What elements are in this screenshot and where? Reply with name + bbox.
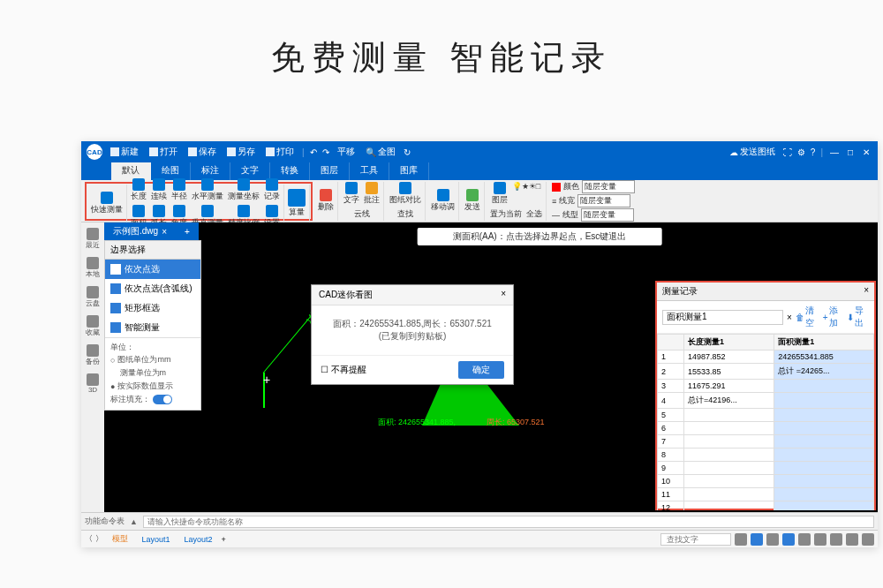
add-layout-icon[interactable]: + (222, 535, 226, 544)
sel-point-arc[interactable]: 依次点选(含弧线) (105, 279, 200, 298)
text-button[interactable]: 文字 (343, 181, 360, 207)
unit-mm-radio[interactable]: ○ 图纸单位为mm (110, 353, 195, 366)
close-icon[interactable]: ✕ (860, 147, 872, 157)
selall-button[interactable]: 全选 (525, 207, 543, 221)
quick-measure-button[interactable]: 快速测量 (90, 191, 124, 216)
polar-icon[interactable] (798, 533, 811, 546)
table-row[interactable]: 5 (658, 409, 874, 422)
tab-tools[interactable]: 工具 (350, 162, 389, 180)
doc-tab[interactable]: 示例图.dwg× (104, 223, 176, 239)
add-button[interactable]: + 添加 (823, 305, 843, 329)
unit-actual-radio[interactable]: ● 按实际数值显示 (110, 380, 195, 393)
setcurrent-button[interactable]: 💡★☀□ (511, 181, 541, 207)
send-drawing-button[interactable]: ☁发送图纸 (727, 146, 778, 158)
record-name-input[interactable] (662, 310, 783, 325)
move-button[interactable]: 移动调 (430, 188, 456, 214)
tab-library[interactable]: 图库 (389, 162, 429, 180)
unit-m-display: 测量单位为m (110, 366, 195, 380)
area-label: 面积: 242655341.885, (378, 417, 456, 428)
print-button[interactable]: 打印 (263, 146, 297, 158)
sel-rect[interactable]: 矩形框选 (105, 298, 200, 318)
redo-icon[interactable]: ↷ (322, 147, 329, 157)
table-row[interactable]: 311675.291 (658, 380, 874, 393)
layer-button[interactable]: 图层 (491, 181, 509, 207)
radius-button[interactable]: 半径 (170, 177, 188, 203)
clear-input-icon[interactable]: × (787, 313, 792, 322)
rail-fav[interactable]: 收藏 (86, 315, 100, 337)
table-row[interactable]: 8 (658, 449, 874, 462)
fill-toggle[interactable] (153, 395, 172, 404)
refresh-icon[interactable]: ↻ (404, 147, 411, 157)
compare-button[interactable]: 图纸对比 (389, 181, 422, 207)
command-input[interactable] (143, 516, 874, 528)
close-tab-icon[interactable]: × (162, 227, 167, 237)
no-remind-checkbox[interactable]: ☐ 不再提醒 (321, 364, 366, 376)
rail-recent[interactable]: 最近 (86, 228, 100, 250)
save-button[interactable]: 保存 (185, 146, 219, 158)
tab-layer[interactable]: 图层 (310, 162, 350, 180)
new-button[interactable]: 新建 (108, 146, 141, 158)
sel-point[interactable]: 依次点选 (105, 260, 200, 279)
minimize-icon[interactable]: — (828, 147, 841, 157)
cloud-button[interactable]: 云线 (353, 207, 371, 221)
send-button[interactable]: 发送 (464, 188, 481, 214)
table-row[interactable]: 7 (658, 435, 874, 449)
table-row[interactable]: 12 (658, 501, 874, 511)
coord-button[interactable]: 测量坐标 (227, 177, 260, 203)
calc-button[interactable]: 算量 (287, 188, 306, 219)
zoom-full-button[interactable]: 🔍全图 (363, 146, 398, 158)
search-input[interactable] (660, 533, 731, 546)
hmeasure-button[interactable]: 水平测量 (191, 177, 224, 203)
dialog-line1: 面积：242655341.885,周长：65307.521 (321, 318, 504, 330)
fullscreen-icon[interactable]: ⛶ (783, 147, 792, 157)
table-row[interactable]: 11 (658, 488, 874, 501)
table-row[interactable]: 114987.852242655341.885 (658, 351, 874, 364)
setcurrent-label[interactable]: 置为当前 (489, 207, 523, 221)
help-icon[interactable]: ? (811, 147, 816, 157)
layout-2[interactable]: Layout2 (179, 535, 218, 544)
maximize-icon[interactable]: □ (844, 147, 857, 157)
table-row[interactable]: 6 (658, 422, 874, 435)
annotate-button[interactable]: 批注 (363, 181, 381, 207)
linetype-select[interactable]: 随层变量 (581, 208, 634, 222)
pan-button[interactable]: 平移 (335, 146, 358, 158)
osnap-icon[interactable] (814, 533, 826, 546)
layout-1[interactable]: Layout1 (137, 535, 176, 544)
open-button[interactable]: 打开 (147, 146, 180, 158)
rail-local[interactable]: 本地 (86, 257, 100, 279)
snap-icon[interactable] (751, 533, 763, 546)
find-button[interactable]: 查找 (396, 207, 414, 221)
continuous-button[interactable]: 连续 (150, 177, 168, 203)
saveas-button[interactable]: 另存 (224, 146, 258, 158)
record-close-icon[interactable]: × (864, 285, 869, 298)
table-row[interactable]: 4总计=42196... (658, 393, 874, 409)
table-row[interactable]: 9 (658, 462, 874, 475)
ok-button[interactable]: 确定 (458, 361, 504, 379)
length-button[interactable]: 长度 (130, 177, 147, 203)
grid-icon[interactable] (766, 533, 779, 546)
ortho-icon[interactable] (782, 533, 795, 546)
dialog-line2: (已复制到剪贴板) (321, 330, 504, 343)
table-row[interactable]: 10 (658, 475, 874, 488)
record-button[interactable]: 记录 (263, 177, 281, 203)
sel-smart[interactable]: 智能测量 (105, 318, 200, 337)
export-button[interactable]: ⬇ 导出 (847, 305, 869, 329)
dialog-close-icon[interactable]: × (501, 289, 506, 301)
color-select[interactable]: 随层变量 (582, 180, 635, 193)
rail-3d[interactable]: 3D (87, 373, 99, 394)
link-icon[interactable] (862, 533, 874, 546)
clear-button[interactable]: 🗑 清空 (796, 305, 819, 329)
lineweight-select[interactable]: 随层变量 (577, 194, 630, 207)
table-row[interactable]: 215533.85总计 =24265... (658, 364, 874, 380)
rail-backup[interactable]: 备份 (86, 344, 100, 366)
misc-icon[interactable] (846, 533, 858, 546)
layout-model[interactable]: 模型 (107, 533, 133, 545)
rail-cloud[interactable]: 云盘 (86, 286, 100, 308)
delete-button[interactable]: 删除 (317, 188, 335, 214)
undo-icon[interactable]: ↶ (310, 147, 317, 157)
search-icon[interactable] (735, 533, 747, 546)
palette-icon[interactable] (830, 533, 842, 546)
add-tab-button[interactable]: + (176, 225, 199, 238)
cursor-cross-icon: + (263, 373, 270, 387)
settings-icon[interactable]: ⚙ (797, 147, 805, 157)
